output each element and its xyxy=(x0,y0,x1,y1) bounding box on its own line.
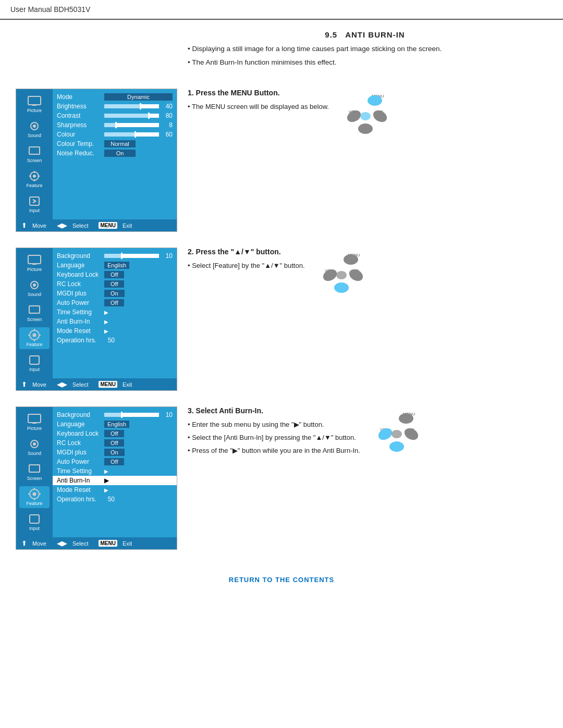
fmenu-kbdlock: Keyboard Lock Off xyxy=(57,270,173,279)
tv-sidebar-step3: Picture Sound Screen xyxy=(16,407,53,537)
fmenu3-timesetting: Time Setting ▶ xyxy=(57,466,173,476)
step1-heading: 1. Press the MENU Button. xyxy=(188,89,329,97)
fmenu-lang: Language English xyxy=(57,261,173,270)
sidebar3-picture: Picture xyxy=(19,411,50,433)
tv-sidebar-step2: Picture Sound Screen xyxy=(16,248,53,378)
tv-nav-bar-step3: ⬆ Move ◀▶ Select MENU Exit xyxy=(16,537,177,549)
sidebar3-screen: Screen xyxy=(19,461,50,483)
menu-row-colour: Colour 60 xyxy=(57,130,173,139)
tv-menu-feature-step3: Background 10 Language English Keyboard … xyxy=(53,407,177,537)
step2-desc: 2. Press the "▲/▼" button. Select [Featu… xyxy=(188,248,305,273)
fmenu3-ophrs: Operation hrs. 50 xyxy=(57,495,173,504)
fmenu3-modereset: Mode Reset ▶ xyxy=(57,485,173,495)
svg-point-38 xyxy=(344,254,358,265)
menu-row-mode: Mode Dynamic xyxy=(57,92,173,102)
fmenu3-lang: Language English xyxy=(57,419,173,429)
step-1-row: Picture Sound Screen xyxy=(16,89,547,232)
svg-point-18 xyxy=(368,95,382,106)
svg-rect-47 xyxy=(29,465,40,472)
step3-desc-area: 3. Select Anti Burn-In. Enter the sub me… xyxy=(188,406,423,458)
step2-desc-area: 2. Press the "▲/▼" button. Select [Featu… xyxy=(188,248,368,297)
menu-row-sharpness: Sharpness 8 xyxy=(57,120,173,130)
svg-point-42 xyxy=(336,271,347,279)
fmenu-antiburnin: Anti Burn-In ▶ xyxy=(57,317,173,326)
step3-heading: 3. Select Anti Burn-In. xyxy=(188,406,360,415)
sidebar-screen: Screen xyxy=(19,143,50,165)
svg-rect-12 xyxy=(30,197,39,205)
svg-point-22 xyxy=(360,112,371,120)
svg-line-14 xyxy=(33,201,36,203)
svg-rect-23 xyxy=(28,255,41,264)
sidebar2-sound: Sound xyxy=(19,277,50,299)
fmenu-timesetting: Time Setting ▶ xyxy=(57,307,173,317)
svg-rect-24 xyxy=(32,264,36,265)
sidebar2-input: Input xyxy=(19,352,50,374)
svg-point-21 xyxy=(358,124,373,134)
svg-rect-1 xyxy=(32,105,36,106)
svg-rect-0 xyxy=(28,96,41,105)
step1-desc: 1. Press the MENU Button. The MENU scree… xyxy=(188,89,329,114)
sidebar2-screen: Screen xyxy=(19,302,50,324)
sidebar2-feature: Feature xyxy=(19,327,50,349)
svg-point-26 xyxy=(33,283,36,287)
sidebar3-sound: Sound xyxy=(19,436,50,458)
tv-panel-step2: Picture Sound Screen xyxy=(16,248,177,391)
menu-row-colourtemp: Colour Temp. Normal xyxy=(57,139,173,149)
page-header: User Manual BDH5031V xyxy=(0,0,563,20)
remote-step3: MENU VOL VOL xyxy=(371,406,423,456)
sidebar3-input: Input xyxy=(19,511,50,533)
svg-rect-34 xyxy=(30,356,39,364)
fmenu-bg: Background 10 xyxy=(57,251,173,261)
svg-rect-27 xyxy=(29,306,40,313)
tv-panel-step1: Picture Sound Screen xyxy=(16,89,177,232)
tv-nav-bar-step2: ⬆ Move ◀▶ Select MENU Exit xyxy=(16,378,177,390)
sidebar3-feature: Feature xyxy=(19,486,50,508)
tv-nav-bar-step1: ⬆ Move ◀▶ Select MENU Exit xyxy=(16,219,177,231)
svg-point-41 xyxy=(334,282,349,293)
menu-row-contrast: Contrast 80 xyxy=(57,111,173,120)
section-intro: Displaying a still image for a long time… xyxy=(182,43,547,68)
remote-step2: MENU VOL VOL xyxy=(315,248,368,297)
step2-heading: 2. Press the "▲/▼" button. xyxy=(188,248,305,256)
remote-step1: MENU VOL VOL xyxy=(339,89,391,138)
fmenu-rclock: RC Lock Off xyxy=(57,279,173,289)
svg-rect-44 xyxy=(32,423,36,424)
tv-menu-picture: Mode Dynamic Brightness 40 Con xyxy=(53,89,177,219)
fmenu3-autopower: Auto Power Off xyxy=(57,457,173,466)
step1-desc-area: 1. Press the MENU Button. The MENU scree… xyxy=(188,89,391,138)
fmenu3-rclock: RC Lock Off xyxy=(57,438,173,448)
fmenu3-kbdlock: Keyboard Lock Off xyxy=(57,429,173,438)
svg-rect-43 xyxy=(28,414,41,423)
step-3-row: Picture Sound Screen xyxy=(16,406,547,550)
sidebar-feature: Feature xyxy=(19,168,50,190)
step-2-row: Picture Sound Screen xyxy=(16,248,547,391)
svg-point-49 xyxy=(33,492,36,496)
svg-point-58 xyxy=(399,413,413,424)
svg-point-62 xyxy=(391,430,402,438)
menu-row-brightness: Brightness 40 xyxy=(57,102,173,111)
step3-desc: 3. Select Anti Burn-In. Enter the sub me… xyxy=(188,406,360,458)
svg-rect-54 xyxy=(30,515,39,523)
return-link[interactable]: RETURN TO THE CONTENTS xyxy=(16,576,547,599)
fmenu3-antiburnin-highlighted: Anti Burn-In ▶ xyxy=(53,476,177,485)
manual-title: User Manual BDH5031V xyxy=(10,5,90,14)
tv-panel-step3: Picture Sound Screen xyxy=(16,406,177,550)
fmenu3-mgdi: MGDI plus On xyxy=(57,448,173,457)
tv-sidebar-step1: Picture Sound Screen xyxy=(16,89,53,219)
fmenu-modereset: Mode Reset ▶ xyxy=(57,326,173,336)
svg-point-29 xyxy=(33,334,36,337)
svg-point-46 xyxy=(33,442,36,446)
svg-point-7 xyxy=(33,175,36,178)
sidebar-sound: Sound xyxy=(19,118,50,140)
sidebar2-picture: Picture xyxy=(19,252,50,274)
fmenu-autopower: Auto Power Off xyxy=(57,298,173,307)
menu-row-noisereduc: Noise Reduc. On xyxy=(57,149,173,158)
fmenu3-bg: Background 10 xyxy=(57,410,173,419)
sidebar-input: Input xyxy=(19,193,50,215)
svg-rect-4 xyxy=(29,147,40,154)
svg-point-61 xyxy=(389,441,404,452)
tv-menu-feature-step2: Background 10 Language English Keyboard … xyxy=(53,248,177,378)
svg-point-3 xyxy=(33,125,36,128)
sidebar-picture: Picture xyxy=(19,93,50,115)
fmenu-mgdi: MGDI plus On xyxy=(57,289,173,298)
